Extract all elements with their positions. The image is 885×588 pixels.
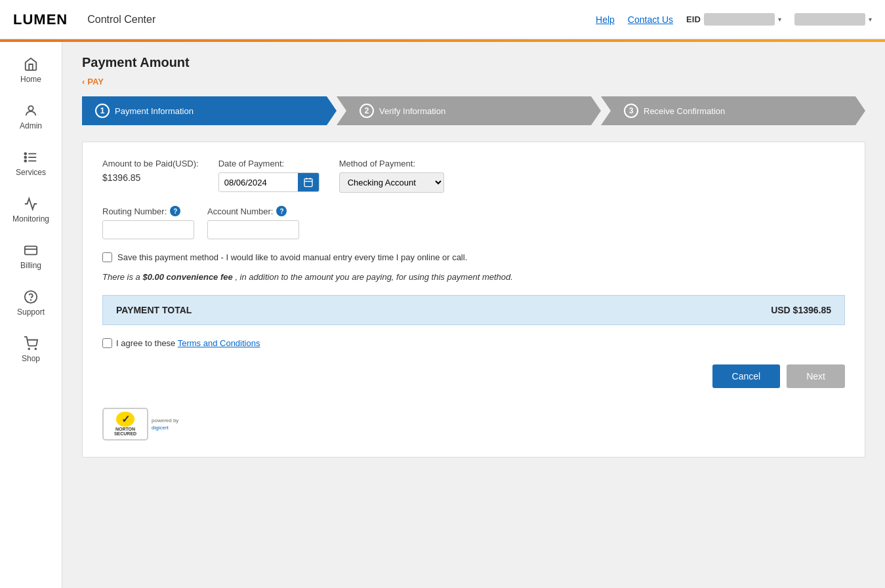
eid-value: ██████████ [704,13,775,26]
step-2-number: 2 [360,104,374,118]
sidebar-item-services-label: Services [16,168,46,177]
back-link[interactable]: ‹ PAY [82,77,865,87]
app-title: Control Center [87,14,155,26]
top-navigation: LUMEN Control Center Help Contact Us EID… [0,0,885,39]
user-value: ██████████ [794,13,865,26]
help-link[interactable]: Help [596,14,615,25]
eid-label: EID [686,14,701,24]
method-select[interactable]: Checking Account Credit Card Savings Acc… [339,172,444,193]
action-buttons: Cancel Next [102,364,845,388]
payment-total-label: PAYMENT TOTAL [116,305,192,315]
payment-details-row: Amount to be Paid(USD): $1396.85 Date of… [102,159,845,193]
step-3-label: Receive Confirmation [644,106,725,116]
logo-area: LUMEN Control Center [13,11,155,28]
sidebar-item-monitoring-label: Monitoring [12,214,49,224]
norton-check-icon: ✓ [116,412,134,427]
sidebar-item-services[interactable]: Services [0,142,62,185]
sidebar-item-support[interactable]: Support [0,281,62,324]
contact-us-link[interactable]: Contact Us [628,14,673,25]
terms-label: I agree to these Terms and Conditions [116,338,260,348]
next-button[interactable]: Next [787,364,845,388]
step-2: 2 Verify Information [337,96,601,125]
cancel-button[interactable]: Cancel [712,364,781,388]
routing-label: Routing Number: ? [102,206,194,216]
amount-field: Amount to be Paid(USD): $1396.85 [102,159,199,183]
sidebar-item-billing[interactable]: Billing [0,235,62,278]
sidebar-item-admin[interactable]: Admin [0,95,62,138]
page-title: Payment Amount [82,55,865,70]
norton-powered-text: powered by [152,418,178,423]
method-label: Method of Payment: [339,159,444,168]
routing-field: Routing Number: ? [102,206,194,239]
billing-icon [23,243,39,258]
digicert-text: digicert [152,425,178,431]
step-1-label: Payment Information [115,106,194,116]
sidebar: Home Admin Servi [0,42,62,588]
terms-checkbox[interactable] [102,338,112,348]
routing-help-icon[interactable]: ? [170,206,180,216]
support-icon [23,289,39,305]
svg-rect-7 [25,246,37,255]
eid-area: EID ██████████ ▾ [686,13,781,26]
admin-icon [23,103,39,119]
payment-total-value: USD $1396.85 [771,305,831,315]
account-help-icon[interactable]: ? [276,206,287,216]
svg-point-10 [31,300,31,300]
norton-seal: ✓ NORTONSECURED powered by digicert [102,408,845,441]
amount-label: Amount to be Paid(USD): [102,159,199,168]
account-input[interactable] [207,220,299,239]
svg-point-11 [28,348,30,349]
date-field: Date of Payment: [218,159,319,192]
home-icon [23,56,39,72]
step-3: 3 Receive Confirmation [601,96,865,125]
terms-conditions-link[interactable]: Terms and Conditions [178,338,260,348]
amount-value: $1396.85 [102,172,199,183]
payment-total-bar: PAYMENT TOTAL USD $1396.85 [102,295,845,325]
main-content: Payment Amount ‹ PAY 1 Payment Informati… [62,42,885,588]
save-checkbox-row: Save this payment method - I would like … [102,252,845,262]
steps-bar: 1 Payment Information 2 Verify Informati… [82,96,865,125]
step-1: 1 Payment Information [82,96,337,125]
method-field: Method of Payment: Checking Account Cred… [339,159,444,193]
account-field: Account Number: ? [207,206,299,239]
services-icon [23,149,39,165]
sidebar-item-monitoring[interactable]: Monitoring [0,188,62,231]
routing-account-row: Routing Number: ? Account Number: ? [102,206,845,239]
date-input[interactable] [219,174,298,191]
save-payment-label: Save this payment method - I would like … [117,252,467,262]
main-layout: Home Admin Servi [0,42,885,588]
svg-rect-13 [304,179,312,187]
norton-badge: ✓ NORTONSECURED [102,408,148,441]
account-label: Account Number: ? [207,206,299,216]
eid-chevron-icon[interactable]: ▾ [778,16,781,23]
sidebar-item-support-label: Support [17,307,45,317]
sidebar-item-shop[interactable]: Shop [0,328,62,371]
sidebar-item-admin-label: Admin [20,121,42,130]
date-label: Date of Payment: [218,159,319,168]
step-3-number: 3 [624,104,638,118]
shop-icon [23,336,39,351]
svg-point-0 [28,106,33,111]
convenience-fee-amount: $0.00 convenience fee [142,272,232,282]
svg-point-5 [24,157,26,159]
logo: LUMEN [13,11,68,28]
monitoring-icon [23,196,39,212]
convenience-fee-text: There is a $0.00 convenience fee , in ad… [102,272,845,282]
user-chevron-icon[interactable]: ▾ [869,16,872,23]
user-area: ██████████ ▾ [794,13,872,26]
back-arrow-icon: ‹ [82,77,85,87]
step-2-label: Verify Information [379,106,445,116]
nav-right: Help Contact Us EID ██████████ ▾ ███████… [596,13,872,26]
routing-input[interactable] [102,220,194,239]
sidebar-item-home-label: Home [20,75,41,84]
save-payment-checkbox[interactable] [102,252,112,262]
terms-row: I agree to these Terms and Conditions [102,338,845,348]
date-input-wrap [218,172,319,192]
calendar-icon [303,177,314,187]
sidebar-item-home[interactable]: Home [0,49,62,92]
svg-point-4 [24,153,26,155]
calendar-button[interactable] [298,173,319,191]
svg-point-12 [35,348,36,349]
step-1-number: 1 [95,104,110,118]
sidebar-item-shop-label: Shop [22,354,40,363]
